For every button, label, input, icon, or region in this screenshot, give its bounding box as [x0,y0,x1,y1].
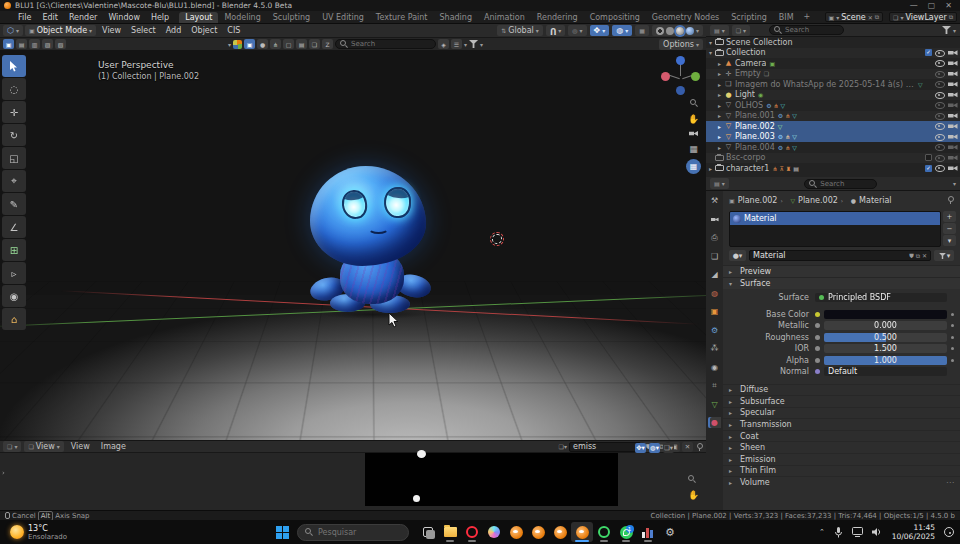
hide-eye-icon[interactable] [935,112,945,120]
select-mode-subtract-button[interactable]: ▥ [29,39,40,49]
tab-tool[interactable]: ⚒ [708,195,721,206]
taskbar-weather-widget[interactable]: 13°C Ensolarado [0,524,276,541]
tool-scale[interactable]: ◱ [2,147,26,169]
filter-armature-button[interactable]: ⋔ [270,39,281,49]
tab-object[interactable]: ▣ [708,306,721,317]
tool-transform[interactable]: ⌖ [2,170,26,192]
tab-uv-editing[interactable]: UV Editing [316,12,370,23]
hide-eye-icon[interactable] [935,70,945,78]
section-thin-film[interactable]: ▸Thin Film [723,465,960,477]
image-name-field[interactable]: emiss [569,442,641,452]
ior-slider[interactable]: 1.500 [824,344,947,353]
image-gizmos-toggle[interactable]: ✥▾ [635,443,646,453]
outliner-row-light[interactable]: ▸●Light◉ [706,90,960,101]
blender-logo-menu[interactable] [3,13,12,22]
unlink-scene-icon[interactable]: ✕ [868,14,873,21]
tab-modeling[interactable]: Modeling [218,12,266,23]
overlays-toggle[interactable]: ◍▾ [612,25,632,36]
select-mode-new-button[interactable]: ▣ [3,39,14,49]
menu-edit[interactable]: Edit [37,12,63,23]
outliner-row-plane-002[interactable]: ▸▽Plane.002▽ [706,121,960,132]
gizmo-y-axis[interactable] [691,72,700,81]
grid-view-button[interactable]: ▦ [686,159,701,174]
tool-move[interactable]: ✛ [2,101,26,123]
roughness-slider[interactable]: 0.500 [824,333,947,342]
new-view-layer-icon[interactable]: ⧉ [949,13,953,21]
material-nodes-button[interactable]: ▾ [934,250,954,261]
outliner-row-collection[interactable]: ▾Collection ✓ [706,48,960,59]
menu-window[interactable]: Window [103,12,145,23]
pan-view-icon[interactable]: ✋ [688,114,699,124]
alpha-slider[interactable]: 1.000 [824,356,947,365]
image-menu-image[interactable]: Image [97,442,130,451]
image-overlays-toggle[interactable]: ◍▾ [649,443,660,453]
metallic-slider[interactable]: 0.000 [824,321,947,330]
section-transmission[interactable]: ▸Transmission [723,418,960,430]
filter-sphere-button[interactable]: ● [257,39,268,49]
unlink-image-button[interactable]: ✕ [682,442,693,452]
outliner-display-mode-button[interactable]: ▤▾ [710,25,729,36]
display-icon[interactable] [852,527,863,537]
panel-surface[interactable]: ▾Surface [723,277,960,289]
pin-icon[interactable] [695,443,703,451]
sidebar-toggle-arrow[interactable]: › [2,469,5,477]
outliner-row-character1[interactable]: ▸character1 ⋔⊼♜▤ ✓ [706,163,960,174]
tab-sculpting[interactable]: Sculpting [267,12,316,23]
tab-view-layer[interactable]: ❏ [708,251,721,262]
material-name-field[interactable]: Material ⛊ ⧉ ✕ [749,250,931,261]
tab-material[interactable]: ● [708,417,721,428]
outliner-filter-mode-button[interactable]: ❏▾ [732,25,750,36]
slot-specials-button[interactable]: ▾ [943,235,956,246]
zoom-view-icon[interactable] [690,99,698,109]
render-camera-icon[interactable] [948,165,958,172]
shading-rendered-icon[interactable] [686,27,694,35]
list-button[interactable]: ☰ [451,39,462,49]
select-mode-extend-button[interactable]: ▤ [16,39,27,49]
render-camera-icon[interactable] [948,102,958,109]
xray-toggle[interactable]: ▦ [635,25,649,36]
tool-annotate[interactable]: ✎ [2,193,26,215]
tab-constraints[interactable]: ⌗ [708,380,721,391]
speaker-icon[interactable] [872,527,883,537]
tab-rendering[interactable]: Rendering [531,12,584,23]
outliner-search-input[interactable] [785,26,839,34]
surface-type-select[interactable]: Principled BSDF [815,293,947,302]
start-button[interactable] [276,526,289,539]
image-menu-view[interactable]: View [67,442,94,451]
minimize-button[interactable]: — [910,1,918,10]
tab-layout[interactable]: Layout [179,12,218,23]
gizmos-toggle[interactable]: ✥▾ [590,25,610,36]
copilot-button[interactable] [483,522,505,542]
navigation-gizmo[interactable] [660,56,702,98]
breadcrumb-object[interactable]: Plane.002 [738,196,778,205]
viewport-menu-add[interactable]: Add [162,26,186,35]
filter-font-button[interactable]: Z [322,39,333,49]
image-editor-canvas[interactable]: › ✥▾ ◍▾ ❏▾ ✋ [0,452,706,510]
viewport-menu-view[interactable]: View [98,26,125,35]
section-diffuse[interactable]: ▸Diffuse [723,384,960,396]
render-camera-icon[interactable] [948,81,958,88]
green-app-button[interactable] [593,522,615,542]
browse-material-button[interactable]: ●▾ [729,250,746,261]
mode-selector[interactable]: ▣Object Mode▾ [25,25,96,36]
section-emission[interactable]: ▸Emission [723,453,960,465]
tool-measure[interactable]: ∠ [2,216,26,238]
filter-object-button[interactable]: ▣ [244,39,255,49]
render-camera-icon[interactable] [948,144,958,151]
blender-pinned-3-button[interactable] [549,522,571,542]
properties-editor-type-button[interactable]: ▤▾ [710,178,729,189]
select-mode-invert-button[interactable]: ▨ [42,39,53,49]
snap-toggle[interactable]: U▾ [546,25,566,36]
render-camera-icon[interactable] [948,60,958,67]
render-camera-icon[interactable] [948,112,958,119]
tool-add-cube[interactable]: ⊞ [2,239,26,261]
render-camera-icon[interactable] [948,154,958,161]
task-view-button[interactable] [417,522,439,542]
tab-shading[interactable]: Shading [433,12,478,23]
outliner-row-bsc-corpo[interactable]: Bsc-corpo [706,153,960,164]
menu-file[interactable]: File [13,12,36,23]
material-slot-row[interactable]: Material [730,212,940,225]
hide-eye-icon[interactable] [935,143,945,151]
image-browse-icon[interactable]: ❏▾ [559,443,567,450]
hide-eye-icon[interactable] [935,49,945,57]
